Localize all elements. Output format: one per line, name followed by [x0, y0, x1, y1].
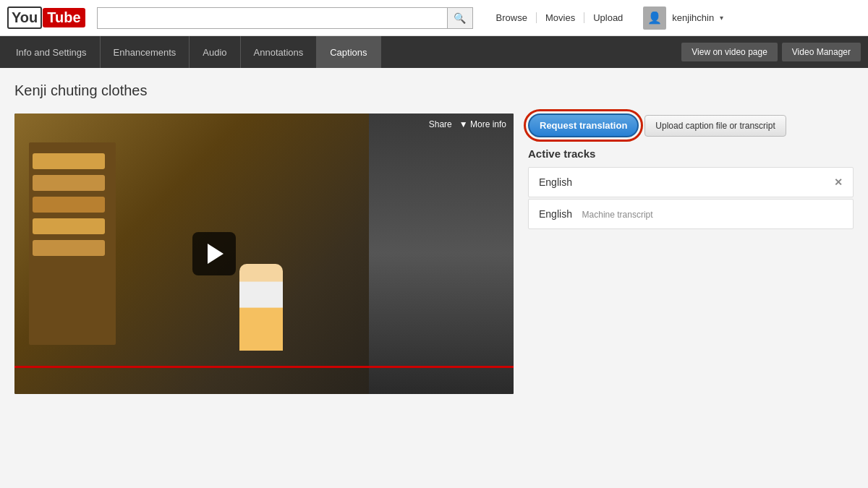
scene-child-figure: [239, 264, 283, 351]
video-manager-button[interactable]: Video Manager: [782, 43, 861, 61]
red-progress-bar: [14, 366, 514, 368]
top-nav-links: Browse Movies Upload: [488, 12, 632, 23]
track-lang-machine: English Machine transcript: [539, 208, 653, 220]
tab-enhancements[interactable]: Enhancements: [101, 36, 190, 68]
browse-link[interactable]: Browse: [488, 12, 536, 23]
track-item-machine: English Machine transcript: [528, 199, 854, 229]
shelf-item-2: [33, 175, 105, 191]
active-tracks-label: Active tracks: [528, 147, 854, 160]
more-info-button[interactable]: ▼ More info: [459, 119, 506, 129]
shelf-item-1: [33, 153, 105, 169]
movies-link[interactable]: Movies: [536, 12, 584, 23]
tab-actions: View on video page Video Manager: [681, 36, 868, 68]
logo-you-text: You: [7, 7, 42, 29]
video-section: Share ▼ More info ▶ 🔊 0:00: [14, 114, 854, 394]
top-navigation: YouTube 🔍 Browse Movies Upload 👤 kenjihc…: [0, 0, 868, 36]
play-icon: [208, 244, 224, 264]
captions-panel: Request translation Upload caption file …: [528, 114, 854, 231]
upload-link[interactable]: Upload: [584, 12, 631, 23]
main-content: Kenji chuting clothes: [0, 68, 868, 408]
user-dropdown-icon[interactable]: ▾: [720, 14, 723, 22]
video-top-controls: Share ▼ More info: [429, 119, 506, 129]
share-button[interactable]: Share: [429, 119, 452, 129]
request-translation-button[interactable]: Request translation: [528, 114, 639, 137]
track-close-button[interactable]: ✕: [834, 176, 843, 188]
video-player: Share ▼ More info ▶ 🔊 0:00: [14, 114, 514, 394]
tabs-bar: Info and Settings Enhancements Audio Ann…: [0, 36, 868, 68]
shelf-item-4: [33, 218, 105, 234]
upload-caption-button[interactable]: Upload caption file or transcript: [644, 115, 786, 137]
play-button[interactable]: [192, 232, 236, 275]
track-lang-english: English: [539, 176, 572, 188]
video-thumbnail: [14, 114, 514, 394]
track-lang-english-2: English: [539, 208, 572, 220]
page-title: Kenji chuting clothes: [14, 82, 854, 99]
username-label: kenjihchin: [672, 12, 714, 23]
search-button[interactable]: 🔍: [447, 7, 472, 29]
logo-tube-text: Tube: [43, 8, 85, 27]
track-type-machine: Machine transcript: [582, 210, 653, 220]
shelf-item-3: [33, 197, 105, 213]
tab-annotations[interactable]: Annotations: [241, 36, 318, 68]
tab-info-and-settings[interactable]: Info and Settings: [3, 36, 101, 68]
scene-right-panel: [369, 114, 514, 394]
view-on-video-page-button[interactable]: View on video page: [681, 43, 778, 61]
captions-top-row: Request translation Upload caption file …: [528, 114, 854, 137]
tab-captions[interactable]: Captions: [317, 36, 380, 68]
search-input[interactable]: [97, 7, 448, 29]
user-area: 👤 kenjihchin ▾: [643, 7, 723, 30]
tab-audio[interactable]: Audio: [190, 36, 240, 68]
shelf-item-5: [33, 240, 105, 256]
youtube-logo[interactable]: YouTube: [7, 7, 85, 29]
video-wrapper: Share ▼ More info ▶ 🔊 0:00: [14, 114, 514, 394]
track-item-english: English ✕: [528, 167, 854, 197]
search-bar: 🔍: [97, 7, 473, 29]
avatar: 👤: [643, 7, 666, 30]
